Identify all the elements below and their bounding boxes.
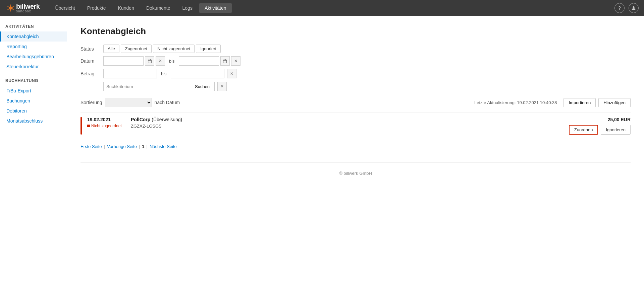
nav-aktivitaeten[interactable]: Aktivitäten [199,3,232,13]
betrag-to-input[interactable] [171,69,224,78]
sidebar-item-kontenabgleich[interactable]: Kontenabgleich [0,31,67,42]
pagination: Erste Seite | Vorherige Seite | 1 | Näch… [80,144,631,149]
transaction-list: 19.02.2021 Nicht zugeordnet PollCorp (Üb… [80,113,631,139]
betrag-filter-row: Betrag bis ✕ [80,69,631,78]
transaction-actions: Zuordnen Ignorieren [569,125,631,135]
page-title: Kontenabgleich [80,26,631,36]
logo-icon [5,3,16,13]
date-to-group: ✕ [179,56,240,66]
sep-1: | [104,144,105,149]
prev-page-link[interactable]: Vorherige Seite [107,144,137,149]
date-from-clear-button[interactable]: ✕ [156,56,165,66]
status-zugeordnet-button[interactable]: Zugeordnet [121,45,152,53]
footer-text: © billwerk GmbH [339,171,372,176]
datum-label: Datum [80,58,101,64]
nav-uebersicht[interactable]: Übersicht [50,3,80,13]
sort-select[interactable]: Datum Betrag Name [105,98,152,107]
sort-row: Sortierung Datum Betrag Name nach Datum … [80,98,631,107]
status-label: Status [80,46,101,52]
status-alle-button[interactable]: Alle [103,45,119,53]
search-input[interactable] [103,82,187,91]
sidebar-item-monatsabschluss[interactable]: Monatsabschluss [0,116,67,126]
date-to-input[interactable] [179,56,219,66]
sep-3: | [147,144,148,149]
status-buttons: Alle Zugeordnet Nicht zugeordnet Ignorie… [103,45,221,53]
status-ignoriert-button[interactable]: Ignoriert [196,45,221,53]
sidebar-item-debitoren[interactable]: Debitoren [0,106,67,116]
status-filter-row: Status Alle Zugeordnet Nicht zugeordnet … [80,45,631,53]
transaction-info-col: PollCorp (Überweisung) ZGZXZ-LGSGS [131,117,569,135]
brand-name: billwerk [16,3,40,10]
svg-point-2 [633,6,634,8]
calendar-icon [148,59,152,63]
next-page-link[interactable]: Nächste Seite [150,144,177,149]
logo[interactable]: billwerk sandbox [5,3,40,13]
search-row: Suchen ✕ [103,82,631,91]
date-to-clear-button[interactable]: ✕ [231,56,240,66]
svg-rect-4 [223,60,227,63]
nav-right: ? [614,3,639,13]
import-button[interactable]: Importieren [564,98,596,107]
date-from-group: ✕ [103,56,165,66]
betrag-label: Betrag [80,71,101,76]
transaction-ref: ZGZXZ-LGSGS [131,124,569,129]
table-row: 19.02.2021 Nicht zugeordnet PollCorp (Üb… [80,113,631,139]
brand-sub: sandbox [16,10,40,13]
footer: © billwerk GmbH [80,162,631,184]
sep-2: | [139,144,140,149]
transaction-amount: 25,00 EUR [608,117,631,122]
transaction-company-name: PollCorp [131,117,150,122]
sidebar-item-steuerkorrektur[interactable]: Steuerkorrektur [0,62,67,72]
bis-label-1: bis [168,59,176,64]
main-content: Kontenabgleich Status Alle Zugeordnet Ni… [67,16,644,292]
status-dot-icon [87,125,90,127]
sidebar-item-buchungen[interactable]: Buchungen [0,96,67,106]
user-icon [631,5,636,11]
top-navigation: billwerk sandbox Übersicht Produkte Kund… [0,0,644,16]
search-button[interactable]: Suchen [190,82,215,91]
nav-produkte[interactable]: Produkte [82,3,111,13]
transaction-type: (Überweisung) [152,117,182,122]
sidebar-section-buchhaltung: BUCHHALTUNG FiBu-Export Buchungen Debito… [0,78,67,126]
user-menu-button[interactable] [629,3,639,13]
transaction-status: Nicht zugeordnet [87,124,131,128]
page-body: AKTIVITÄTEN Kontenabgleich Reporting Bea… [0,16,644,292]
svg-rect-3 [148,60,151,63]
nav-items: Übersicht Produkte Kunden Dokumente Logs… [50,3,614,13]
nav-dokumente[interactable]: Dokumente [141,3,176,13]
betrag-clear-button[interactable]: ✕ [227,69,236,78]
calendar-icon-2 [223,59,227,63]
betrag-from-input[interactable] [103,69,157,78]
sidebar-item-reporting[interactable]: Reporting [0,42,67,52]
transaction-date-col: 19.02.2021 Nicht zugeordnet [87,117,131,135]
date-to-calendar-button[interactable] [220,56,230,66]
add-button[interactable]: Hinzufügen [598,98,631,107]
ignorieren-button[interactable]: Ignorieren [601,125,631,135]
transaction-date: 19.02.2021 [87,117,131,122]
zuordnen-button[interactable]: Zuordnen [569,125,598,135]
sort-after-label: nach Datum [155,100,180,105]
bis-label-2: bis [160,71,168,76]
date-from-calendar-button[interactable] [145,56,154,66]
datum-filter-row: Datum ✕ bis [80,56,631,66]
sort-label: Sortierung [80,100,102,105]
transaction-company: PollCorp (Überweisung) [131,117,569,122]
nav-logs[interactable]: Logs [177,3,198,13]
nav-kunden[interactable]: Kunden [113,3,140,13]
status-bar [80,117,82,135]
transaction-right-col: 25,00 EUR Zuordnen Ignorieren [569,117,631,135]
sidebar-title-aktivitaeten: AKTIVITÄTEN [0,24,67,31]
sidebar-item-fibu-export[interactable]: FiBu-Export [0,86,67,96]
status-nicht-zugeordnet-button[interactable]: Nicht zugeordnet [153,45,195,53]
help-button[interactable]: ? [614,3,625,13]
date-from-input[interactable] [103,56,144,66]
transaction-status-label: Nicht zugeordnet [91,124,122,128]
current-page: 1 [142,144,144,149]
sidebar-section-aktivitaeten: AKTIVITÄTEN Kontenabgleich Reporting Bea… [0,24,67,72]
sidebar: AKTIVITÄTEN Kontenabgleich Reporting Bea… [0,16,67,292]
sidebar-title-buchhaltung: BUCHHALTUNG [0,78,67,86]
filter-area: Status Alle Zugeordnet Nicht zugeordnet … [80,45,631,91]
sidebar-item-bearbeitungsgebuehren[interactable]: Bearbeitungsgebühren [0,52,67,62]
first-page-link[interactable]: Erste Seite [80,144,102,149]
search-clear-button[interactable]: ✕ [217,82,227,91]
